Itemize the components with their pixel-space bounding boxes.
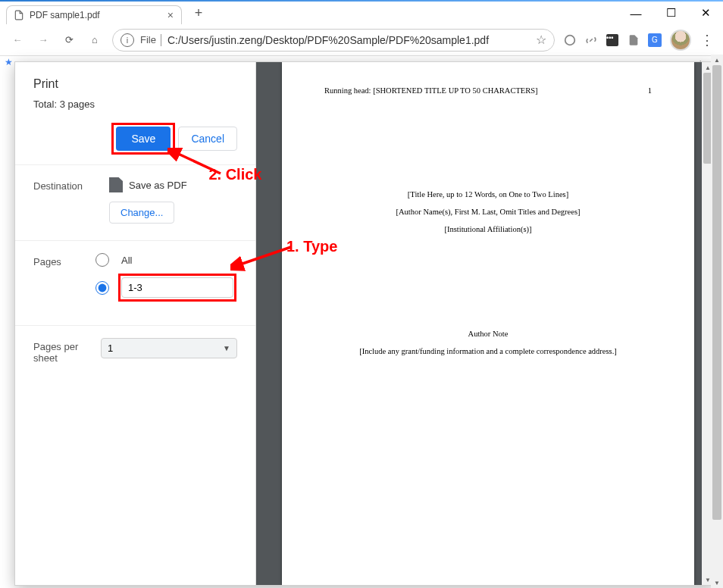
- doc-title-line: [Title Here, up to 12 Words, on One to T…: [324, 186, 652, 203]
- chevron-down-icon: ▼: [223, 344, 230, 352]
- extension-translate-icon[interactable]: G: [646, 31, 664, 49]
- maximize-button[interactable]: ☐: [653, 2, 688, 24]
- back-button[interactable]: ←: [5, 27, 30, 53]
- doc-note-line: [Include any grant/funding information a…: [324, 342, 652, 360]
- extension-links-icon[interactable]: [582, 31, 600, 49]
- browser-tab[interactable]: PDF sample1.pdf ×: [6, 5, 182, 24]
- pages-per-sheet-label: Pages per sheet: [33, 338, 101, 364]
- extension-dark-icon[interactable]: •••: [603, 31, 621, 49]
- pages-per-sheet-value: 1: [108, 342, 113, 354]
- window-titlebar: PDF sample1.pdf × + — ☐ ✕: [0, 2, 723, 24]
- print-preview: Running head: [SHORTENED TITLE UP TO 50 …: [256, 62, 715, 585]
- print-total: Total: 3 pages: [33, 99, 237, 110]
- scroll-up-icon[interactable]: ▲: [711, 55, 723, 65]
- pages-all-radio[interactable]: [95, 253, 109, 267]
- page-info-icon[interactable]: i: [121, 33, 134, 47]
- reload-button[interactable]: ⟳: [56, 27, 82, 53]
- pages-all-label: All: [121, 255, 132, 266]
- browser-toolbar: ← → ⟳ ⌂ i File C:/Users/justin.zeng/Desk…: [0, 24, 723, 56]
- print-dialog: Print Total: 3 pages Save Cancel Destina…: [15, 62, 715, 585]
- destination-value: Save as PDF: [129, 180, 187, 191]
- doc-affiliation-line: [Institutional Affiliation(s)]: [324, 220, 652, 238]
- pages-range-radio[interactable]: [95, 281, 109, 295]
- url-path: C:/Users/justin.zeng/Desktop/PDF%20Sampl…: [167, 34, 531, 46]
- cancel-button[interactable]: Cancel: [178, 127, 237, 151]
- forward-button[interactable]: →: [30, 27, 56, 53]
- doc-note-heading: Author Note: [324, 325, 652, 342]
- extension-pdf-icon[interactable]: [624, 31, 643, 49]
- profile-avatar[interactable]: [670, 30, 691, 51]
- new-tab-button[interactable]: +: [188, 2, 209, 23]
- destination-label: Destination: [33, 177, 109, 192]
- annotation-click-text: 2. Click: [208, 166, 261, 183]
- page-scrollbar[interactable]: ▲ ▼: [711, 55, 723, 588]
- print-options-panel: Print Total: 3 pages Save Cancel Destina…: [15, 62, 256, 585]
- pages-per-sheet-select[interactable]: 1 ▼: [101, 338, 237, 358]
- doc-author-line: [Author Name(s), First M. Last, Omit Tit…: [324, 203, 652, 220]
- print-title: Print: [33, 77, 237, 91]
- pdf-file-icon: [109, 177, 123, 192]
- home-button[interactable]: ⌂: [82, 27, 108, 53]
- tab-title: PDF sample1.pdf: [30, 10, 166, 20]
- annotation-type-text: 1. Type: [286, 238, 337, 255]
- browser-menu-button[interactable]: ⋮: [696, 32, 718, 48]
- url-scheme-label: File: [140, 34, 156, 45]
- change-destination-button[interactable]: Change...: [109, 202, 174, 224]
- scrollbar-thumb[interactable]: [712, 65, 721, 520]
- pages-range-input[interactable]: [121, 277, 233, 298]
- bookmarks-bar-star-icon[interactable]: ★: [5, 57, 13, 67]
- preview-page: Running head: [SHORTENED TITLE UP TO 50 …: [282, 62, 694, 585]
- save-button[interactable]: Save: [116, 127, 171, 151]
- minimize-button[interactable]: —: [618, 2, 653, 24]
- tab-close-icon[interactable]: ×: [166, 9, 175, 21]
- svg-point-0: [565, 35, 575, 45]
- window-close-button[interactable]: ✕: [688, 2, 723, 24]
- bookmark-star-icon[interactable]: ☆: [536, 33, 546, 47]
- address-bar[interactable]: i File C:/Users/justin.zeng/Desktop/PDF%…: [112, 29, 555, 52]
- page-number: 1: [648, 86, 652, 95]
- file-icon: [13, 9, 25, 21]
- scroll-down-icon[interactable]: ▼: [711, 577, 723, 588]
- running-head-text: Running head: [SHORTENED TITLE UP TO 50 …: [324, 86, 538, 95]
- extension-circle-icon[interactable]: [561, 31, 579, 49]
- url-separator: [161, 34, 161, 46]
